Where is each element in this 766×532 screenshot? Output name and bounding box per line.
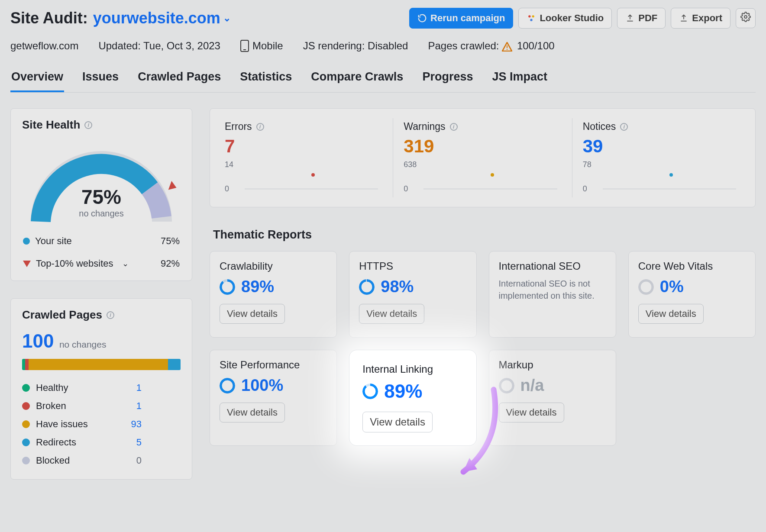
tab-compare-crawls[interactable]: Compare Crawls [310, 68, 404, 92]
card-value: 89% [241, 277, 274, 296]
dot-icon [22, 457, 30, 464]
crawled-pages-title: Crawled Pages [22, 308, 102, 322]
device-indicator: Mobile [240, 40, 283, 52]
export-button[interactable]: Export [671, 8, 730, 29]
data-point [669, 173, 673, 177]
card-value: 98% [381, 277, 414, 296]
dot-icon [23, 238, 30, 245]
refresh-icon [417, 13, 427, 23]
info-icon[interactable]: i [107, 311, 114, 319]
svg-rect-5 [507, 49, 507, 50]
view-details-button[interactable]: View details [362, 412, 433, 432]
crawled-pages-bar [22, 359, 181, 370]
tab-js-impact[interactable]: JS Impact [491, 68, 548, 92]
stat-label: Warnings [404, 121, 445, 132]
card-title: Internal Linking [362, 363, 463, 375]
card-title: International SEO [499, 260, 606, 272]
site-domain-dropdown[interactable]: yourwebsite.com ⌄ [93, 9, 231, 27]
stat-notices[interactable]: Noticesi39780 [572, 118, 751, 197]
legend-label: Your site [35, 235, 72, 247]
row-value: 5 [124, 437, 142, 448]
view-details-button[interactable]: View details [638, 304, 704, 324]
card-title: HTTPS [359, 260, 466, 272]
site-health-card: Site Health i 75% no changes Your sit [10, 108, 192, 281]
stat-warnings[interactable]: Warningsi3196380 [393, 118, 572, 197]
ytick: 638 [404, 160, 417, 169]
row-value: 0 [124, 455, 142, 466]
crawled-row-broken[interactable]: Broken1 [22, 397, 181, 415]
thematic-card-markup: Markupn/aView details [489, 350, 616, 446]
device-label: Mobile [252, 40, 283, 52]
warning-icon [502, 42, 512, 52]
rerun-campaign-button[interactable]: Rerun campaign [409, 8, 513, 29]
bar-segment [22, 359, 25, 370]
svg-point-1 [532, 15, 534, 17]
crawled-row-healthy[interactable]: Healthy1 [22, 379, 181, 397]
tab-issues[interactable]: Issues [81, 68, 120, 92]
settings-button[interactable] [736, 8, 756, 28]
view-details-button[interactable]: View details [499, 403, 564, 422]
info-icon[interactable]: i [84, 121, 92, 129]
card-value: 100% [241, 376, 283, 395]
pdf-label: PDF [638, 13, 657, 24]
stat-value: 7 [225, 136, 382, 157]
tab-overview[interactable]: Overview [10, 68, 64, 92]
info-icon[interactable]: i [620, 123, 628, 131]
issues-summary-row: Errorsi7140Warningsi3196380Noticesi39780 [210, 108, 756, 207]
legend-row[interactable]: Top-10% websites⌄92% [22, 256, 181, 271]
card-value: n/a [520, 376, 544, 395]
row-label: Have issues [36, 419, 118, 430]
ytick: 78 [583, 160, 591, 169]
legend-value: 75% [149, 235, 180, 247]
looker-studio-button[interactable]: Looker Studio [518, 8, 612, 29]
gauge-sub: no changes [28, 209, 175, 219]
data-point [491, 173, 494, 177]
rerun-label: Rerun campaign [430, 13, 505, 24]
crawled-pages-sub: no changes [59, 339, 107, 349]
crawled-row-redirects[interactable]: Redirects5 [22, 433, 181, 451]
view-details-button[interactable]: View details [220, 403, 285, 422]
upload-icon [625, 13, 635, 23]
gear-icon [740, 12, 751, 25]
looker-studio-icon [527, 13, 536, 23]
view-details-button[interactable]: View details [359, 304, 424, 324]
donut-icon [220, 378, 235, 393]
tab-progress[interactable]: Progress [421, 68, 474, 92]
upload-icon [679, 13, 688, 23]
card-value: 0% [660, 277, 684, 296]
crawled-pages-count: 100 [22, 330, 54, 352]
js-rendering-status: JS rendering: Disabled [303, 40, 408, 52]
crawled-row-blocked[interactable]: Blocked0 [22, 451, 181, 470]
stat-errors[interactable]: Errorsi7140 [214, 118, 393, 197]
view-details-button[interactable]: View details [220, 304, 285, 324]
info-icon[interactable]: i [256, 123, 264, 131]
bar-segment [168, 359, 181, 370]
site-health-title: Site Health [22, 118, 80, 132]
stat-label: Notices [583, 121, 616, 132]
dot-icon [22, 402, 30, 410]
info-icon[interactable]: i [450, 123, 458, 131]
dot-icon [22, 420, 30, 428]
svg-point-3 [744, 16, 747, 18]
pages-crawled-value: 100/100 [517, 40, 555, 52]
crawled-row-have-issues[interactable]: Have issues93 [22, 415, 181, 433]
thematic-card-https: HTTPS98%View details [349, 251, 476, 338]
dot-icon [22, 384, 30, 392]
pdf-button[interactable]: PDF [617, 8, 666, 29]
row-label: Healthy [36, 382, 118, 393]
thematic-card-crawlability: Crawlability89%View details [210, 251, 337, 338]
site-health-gauge: 75% no changes [28, 144, 175, 226]
svg-rect-4 [507, 45, 507, 48]
pages-crawled: Pages crawled: 100/100 [428, 40, 554, 52]
card-title: Site Performance [220, 359, 327, 371]
donut-icon [638, 279, 654, 295]
row-label: Broken [36, 400, 118, 412]
tab-statistics[interactable]: Statistics [239, 68, 293, 92]
row-label: Blocked [36, 455, 118, 466]
card-note: International SEO is not implemented on … [499, 277, 606, 302]
bar-segment [25, 359, 28, 370]
tab-crawled-pages[interactable]: Crawled Pages [137, 68, 222, 92]
chevron-down-icon: ⌄ [223, 13, 231, 24]
card-value: 89% [384, 380, 422, 402]
legend-value: 92% [149, 258, 180, 269]
